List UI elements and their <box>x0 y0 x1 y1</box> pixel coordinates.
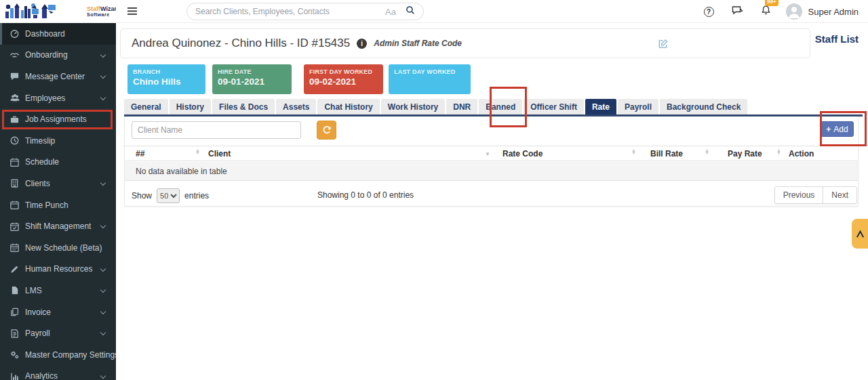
tab-assets[interactable]: Assets <box>276 99 316 114</box>
chevron-down-icon <box>100 95 106 100</box>
notifications-bell-icon[interactable]: 99+ <box>761 5 771 18</box>
sidebar-item-employees[interactable]: Employees <box>0 87 116 109</box>
tab-work-history[interactable]: Work History <box>381 99 445 114</box>
sidebar-item-clients[interactable]: Clients <box>0 173 116 194</box>
chevron-down-icon <box>100 223 106 228</box>
sort-icon[interactable]: ▲▼ <box>195 149 200 155</box>
sidebar-item-payroll[interactable]: Payroll <box>0 322 116 344</box>
chevron-down-icon <box>100 373 106 378</box>
sidebar-item-schedule[interactable]: Schedule <box>0 152 116 173</box>
tab-history[interactable]: History <box>170 99 211 114</box>
calendar-icon <box>9 156 20 167</box>
first-day-worked-card: FIRST DAY WORKED 09-02-2021 <box>304 64 383 94</box>
gears-icon <box>9 350 20 360</box>
tab-background-check[interactable]: Background Check <box>660 99 747 114</box>
logo-graphic-icon <box>4 3 84 20</box>
previous-page-button[interactable]: Previous <box>774 186 824 204</box>
user-avatar[interactable] <box>786 3 802 20</box>
staff-list-link[interactable]: Staff List <box>815 33 859 45</box>
sort-desc-icon[interactable]: ▼ <box>485 151 490 157</box>
sort-icon[interactable]: ▲▼ <box>776 149 781 155</box>
tab-files-docs[interactable]: Files & Docs <box>212 99 275 114</box>
clock-icon <box>9 135 20 146</box>
column-header-client[interactable]: Client <box>208 149 231 159</box>
column-header-pay-rate[interactable]: Pay Rate <box>728 149 762 159</box>
sort-icon[interactable]: ▲▼ <box>705 149 709 155</box>
app-root: StaffWizard Software Dashboard Onboardin… <box>0 0 868 380</box>
sidebar-item-time-punch[interactable]: Time Punch <box>0 194 116 216</box>
topbar-actions: ? 99+ Super Admin <box>704 0 868 23</box>
last-day-worked-card: LAST DAY WORKED <box>389 64 471 94</box>
bar-chart-icon <box>9 371 20 380</box>
copy-icon <box>9 307 20 318</box>
tab-banned[interactable]: Banned <box>479 99 522 114</box>
column-header-number[interactable]: ## <box>136 149 144 159</box>
calendar-icon <box>9 200 20 211</box>
tab-rate[interactable]: Rate <box>585 99 616 114</box>
info-icon[interactable]: i <box>357 39 367 49</box>
chevron-down-icon <box>100 308 106 314</box>
calendar-icon <box>9 242 20 253</box>
table-footer: Show 50 entries Showing 0 to 0 of 0 entr… <box>125 184 858 205</box>
employee-info-cards: BRANCH Chino Hills HIRE DATE 09-01-2021 … <box>127 64 471 94</box>
page-size-control: Show 50 entries <box>132 188 209 203</box>
tab-general[interactable]: General <box>124 99 168 114</box>
user-menu[interactable]: Super Admin <box>808 7 859 17</box>
tab-officer-shift[interactable]: Officer Shift <box>524 99 584 114</box>
empty-table-row: No data available in table <box>125 162 858 181</box>
rate-table-header: ## ▲▼ Client ▼ Rate Code ▲▼ Bill Rate ▲▼… <box>125 146 858 161</box>
sidebar-item-timeslip[interactable]: Timeslip <box>0 130 116 152</box>
column-header-rate-code[interactable]: Rate Code <box>502 149 542 159</box>
feedback-chat-icon[interactable] <box>732 5 743 18</box>
next-page-button[interactable]: Next <box>823 186 857 204</box>
tab-dnr[interactable]: DNR <box>446 99 477 114</box>
sidebar-item-dashboard[interactable]: Dashboard <box>0 23 116 45</box>
tab-chat-history[interactable]: Chat History <box>317 99 379 114</box>
search-icon[interactable] <box>406 5 415 18</box>
rate-tab-panel: + Add ## ▲▼ Client ▼ Rate Code ▲▼ Bill R… <box>124 117 859 207</box>
branch-card: BRANCH Chino Hills <box>127 64 205 94</box>
hire-date-card: HIRE DATE 09-01-2021 <box>212 64 292 94</box>
page-title: Andrea Quinonez - Chino Hills - ID #1543… <box>132 37 350 50</box>
sidebar-item-invoice[interactable]: Invoice <box>0 301 116 323</box>
chevron-down-icon <box>100 180 106 186</box>
rate-code-subtitle: Admin Staff Rate Code <box>374 39 462 48</box>
chevron-down-icon <box>100 287 106 293</box>
add-rate-button[interactable]: + Add <box>821 121 854 137</box>
sidebar-item-message-center[interactable]: Message Center <box>0 66 116 87</box>
sidebar-item-onboarding[interactable]: Onboarding <box>0 45 116 66</box>
logo-wordmark: StaffWizard Software <box>87 6 120 17</box>
plus-icon: + <box>826 125 831 133</box>
chat-icon <box>9 71 20 82</box>
sidebar-item-master-company-settings[interactable]: Master Company Settings <box>0 344 116 366</box>
column-header-bill-rate[interactable]: Bill Rate <box>650 149 683 159</box>
sidebar-item-human-resources[interactable]: Human Resources <box>0 259 116 280</box>
accessibility-widget-icon[interactable] <box>852 219 868 249</box>
global-search: Aa <box>186 3 424 20</box>
app-logo[interactable]: StaffWizard Software <box>0 0 116 23</box>
text-case-toggle[interactable]: Aa <box>385 7 396 17</box>
employee-header-card: Andrea Quinonez - Chino Hills - ID #1543… <box>120 28 810 58</box>
column-header-action[interactable]: Action <box>789 149 814 159</box>
chevron-down-icon <box>100 330 106 335</box>
hamburger-menu-icon[interactable] <box>127 6 137 18</box>
topbar: Aa ? 99+ Super Admin <box>116 0 868 23</box>
edit-icon[interactable] <box>658 39 669 51</box>
sidebar-item-shift-management[interactable]: Shift Management <box>0 215 116 237</box>
sidebar-item-analytics[interactable]: Analytics <box>0 366 116 380</box>
sidebar-item-lms[interactable]: LMS <box>0 280 116 301</box>
pen-icon <box>9 263 20 274</box>
sidebar-nav: Dashboard Onboarding Message Center Empl… <box>0 23 116 380</box>
help-icon[interactable]: ? <box>704 7 714 17</box>
sidebar-item-job-assignments[interactable]: Job Assignments <box>0 108 116 130</box>
page-size-select[interactable]: 50 <box>157 188 180 203</box>
sort-icon[interactable]: ▲▼ <box>631 149 636 155</box>
chevron-down-icon <box>100 73 106 79</box>
tab-payroll[interactable]: Payroll <box>618 99 658 114</box>
search-input[interactable] <box>195 7 385 16</box>
file-icon <box>9 285 20 296</box>
client-name-input[interactable] <box>132 121 301 139</box>
refresh-button[interactable] <box>317 121 336 140</box>
sidebar-item-new-schedule[interactable]: New Schedule (Beta) <box>0 237 116 259</box>
pagination: Previous Next <box>774 186 857 204</box>
